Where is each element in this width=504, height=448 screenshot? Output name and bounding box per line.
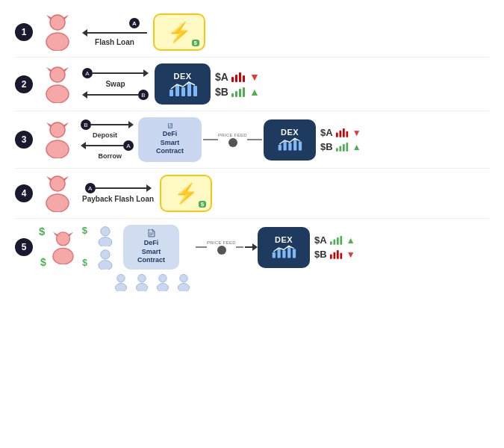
dex-box-5: DEX [258, 227, 310, 268]
svg-rect-24 [284, 141, 287, 151]
svg-rect-33 [339, 146, 341, 152]
defi-box-5: DeFiSmartContract [123, 225, 179, 270]
svg-rect-50 [287, 246, 290, 258]
svg-rect-35 [346, 143, 348, 152]
svg-rect-4 [169, 90, 173, 96]
defi-doc-icon-5 [145, 229, 158, 237]
svg-rect-14 [235, 91, 237, 97]
svg-point-39 [53, 248, 73, 264]
step-3: 3 [15, 131, 33, 149]
price-labels-5: $A ▲ $B ▼ [314, 234, 355, 260]
price-b-5: $B ▼ [314, 249, 355, 260]
small-persons-group [95, 225, 116, 270]
svg-rect-56 [330, 255, 332, 259]
svg-point-18 [46, 140, 69, 158]
svg-point-37 [46, 194, 69, 212]
svg-point-2 [50, 67, 65, 82]
row-1: 1 A Flash Loan [15, 13, 489, 51]
price-b-3: $B ▲ [320, 141, 361, 152]
svg-rect-52 [330, 241, 332, 245]
dex-chart-icon [168, 81, 198, 97]
defi-box-3: DeFi Smart Contract [138, 117, 202, 162]
svg-point-66 [180, 274, 188, 282]
bar-chart-b-3 [336, 142, 349, 152]
svg-rect-30 [343, 128, 345, 137]
svg-rect-54 [337, 237, 339, 245]
arrow-4: A Payback Flash Loan [82, 183, 154, 204]
svg-rect-49 [282, 250, 285, 258]
svg-point-41 [99, 237, 112, 246]
svg-point-36 [50, 176, 65, 191]
svg-rect-8 [193, 86, 197, 96]
svg-rect-53 [333, 240, 335, 245]
bar-chart-a-5 [330, 235, 343, 245]
price-feed-3: PRICE FEED [203, 133, 262, 147]
svg-rect-12 [243, 75, 245, 82]
svg-rect-11 [239, 72, 241, 82]
step-1: 1 [15, 23, 33, 41]
price-a-3: $A ▼ [320, 127, 361, 138]
diagram: 1 A Flash Loan [0, 0, 504, 448]
svg-point-65 [157, 283, 168, 291]
svg-point-1 [46, 33, 69, 51]
svg-rect-27 [299, 142, 302, 151]
svg-rect-34 [343, 144, 345, 152]
lightning-box-4: ⚡ $ [160, 175, 212, 212]
avatar-2 [39, 66, 76, 103]
svg-rect-29 [339, 131, 341, 137]
row-4: 4 A Payback Flash Loan ⚡ $ [15, 175, 489, 212]
lightning-box-1: ⚡ $ [153, 13, 205, 51]
svg-rect-58 [337, 250, 339, 259]
svg-point-64 [159, 274, 167, 282]
svg-point-3 [46, 85, 69, 103]
step-2: 2 [15, 75, 33, 93]
price-labels-3: $A ▼ $B ▲ [320, 127, 361, 152]
row-2: 2 A Swap B [15, 63, 489, 105]
svg-point-0 [50, 15, 65, 30]
svg-rect-59 [340, 253, 342, 259]
svg-rect-16 [243, 87, 245, 97]
svg-point-42 [101, 249, 110, 258]
bar-chart-a-3 [336, 128, 349, 137]
price-labels-2: $A ▼ $B ▲ [215, 71, 260, 98]
svg-rect-25 [288, 143, 291, 150]
svg-rect-10 [235, 75, 237, 82]
avatar-1 [39, 13, 76, 51]
step-5: 5 [15, 238, 33, 256]
svg-rect-23 [279, 145, 281, 151]
dex-chart-icon-5 [271, 244, 296, 259]
arrow-1: A Flash Loan [82, 18, 147, 46]
price-a-2: $A ▼ [215, 71, 260, 83]
dex-box-2: DEX [155, 63, 211, 105]
svg-rect-9 [231, 77, 234, 82]
svg-rect-7 [187, 83, 191, 96]
svg-rect-47 [273, 252, 276, 258]
svg-rect-32 [336, 148, 338, 152]
avatar-3 [39, 121, 76, 158]
svg-point-63 [136, 283, 147, 291]
svg-point-38 [57, 232, 70, 246]
avatar-4 [39, 175, 76, 212]
svg-point-60 [117, 274, 125, 282]
svg-point-67 [178, 283, 189, 291]
dex-box-3: DEX [264, 119, 316, 161]
arrow-2: A Swap B [82, 68, 149, 100]
svg-rect-28 [336, 133, 338, 137]
svg-point-43 [99, 260, 112, 269]
svg-rect-15 [239, 89, 241, 97]
defi-doc-icon [163, 123, 178, 128]
svg-rect-48 [278, 249, 281, 258]
price-feed-5: PRICE FEED [196, 240, 243, 255]
svg-point-62 [138, 274, 146, 282]
step-4: 4 [15, 184, 33, 202]
price-a-5: $A ▲ [314, 234, 355, 246]
row-3: 3 B Deposit A Borrow [15, 117, 489, 162]
bottom-persons [112, 273, 489, 291]
svg-point-61 [115, 283, 126, 291]
bar-chart-b-5 [330, 249, 343, 259]
svg-rect-13 [231, 93, 234, 97]
bar-chart-b-2 [231, 87, 246, 97]
row-5: 5 $ $ $ $ [15, 225, 489, 270]
dex-chart-icon-3 [277, 137, 302, 152]
svg-rect-55 [340, 236, 342, 245]
